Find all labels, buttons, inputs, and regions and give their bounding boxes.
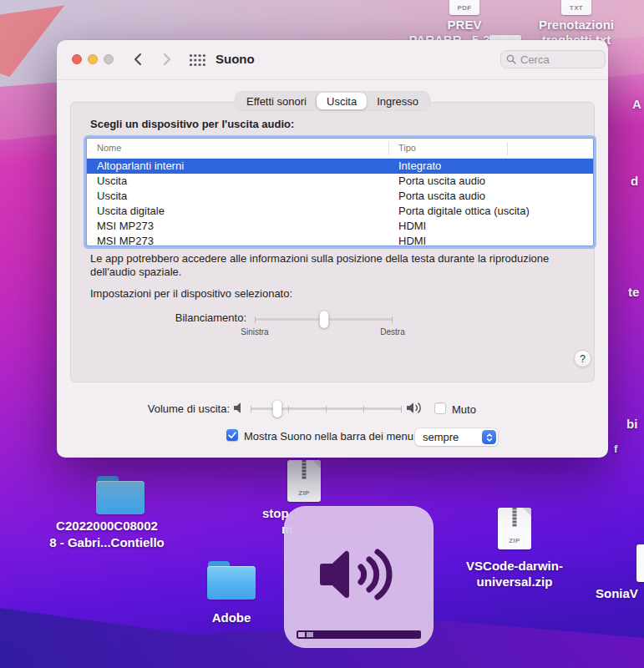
zoom-button-disabled bbox=[104, 54, 114, 64]
edge-label-f: f bbox=[614, 441, 617, 457]
toolbar-separator bbox=[57, 79, 608, 80]
folder-adobe-icon[interactable] bbox=[207, 561, 256, 600]
minimize-button[interactable] bbox=[88, 54, 98, 64]
dropdown-stepper bbox=[482, 430, 496, 444]
zip-vscode-icon[interactable]: ZIP bbox=[498, 508, 531, 549]
device-row[interactable]: Uscita Porta uscita audio bbox=[87, 189, 593, 204]
show-in-menu-bar-label: Mostra Suono nella barra dei menu bbox=[244, 430, 413, 443]
help-button[interactable]: ? bbox=[574, 350, 591, 367]
zip-vscode-label-line2[interactable]: universal.zip bbox=[431, 574, 598, 590]
checkmark-icon bbox=[226, 429, 238, 441]
device-row[interactable]: MSI MP273 HDMI bbox=[87, 219, 593, 234]
mute-checkbox[interactable] bbox=[434, 402, 446, 414]
tab-input[interactable]: Ingresso bbox=[367, 93, 428, 109]
txt-badge: TXT bbox=[570, 4, 583, 12]
pdf-badge: PDF bbox=[457, 4, 471, 12]
edge-label-d: d bbox=[631, 173, 638, 189]
show-all-grid-icon[interactable] bbox=[189, 53, 206, 67]
device-row-selected[interactable]: Altoparlanti interni Integrato bbox=[87, 159, 593, 174]
txt-file-label-line1[interactable]: Prenotazioni bbox=[510, 17, 643, 33]
search-icon bbox=[506, 54, 516, 64]
pdf-file-icon[interactable]: PDF bbox=[449, 0, 479, 15]
mute-label: Muto bbox=[452, 403, 476, 416]
volume-low-icon bbox=[233, 402, 246, 414]
volume-segment-filled bbox=[298, 632, 305, 637]
device-prompt: Scegli un dispositivo per l'uscita audio… bbox=[90, 118, 294, 130]
table-header: Nome Tipo bbox=[87, 139, 593, 159]
search-field[interactable]: Cerca bbox=[500, 50, 606, 68]
show-in-menu-bar-checkbox[interactable] bbox=[226, 429, 238, 441]
spatial-audio-note: Le app potrebbero accedere alle informaz… bbox=[90, 252, 575, 279]
folder-c2022-label-line2[interactable]: 8 - Gabri...Contiello bbox=[19, 534, 195, 550]
chevron-up-down-icon bbox=[485, 433, 494, 443]
tab-sound-effects[interactable]: Effetti sonori bbox=[236, 93, 317, 109]
output-volume-label: Volume di uscita: bbox=[74, 402, 230, 415]
search-placeholder: Cerca bbox=[520, 53, 550, 66]
close-button[interactable] bbox=[72, 54, 82, 64]
zip-vscode-badge: ZIP bbox=[509, 537, 520, 544]
volume-segment-filled bbox=[307, 632, 313, 637]
menu-bar-dropdown[interactable]: sempre bbox=[415, 428, 498, 446]
dropdown-value: sempre bbox=[423, 431, 459, 443]
zip-vscode-label-line1[interactable]: VSCode-darwin- bbox=[431, 558, 598, 574]
device-table[interactable]: Nome Tipo Altoparlanti interni Integrato… bbox=[87, 139, 593, 245]
zip-stop-icon[interactable]: ZIP bbox=[287, 460, 321, 502]
balance-left-label: Sinistra bbox=[230, 327, 280, 337]
sonia-file-label[interactable]: SoniaV bbox=[596, 585, 638, 601]
sound-preferences-window: Suono Cerca Effetti sonori Uscita Ingres… bbox=[57, 40, 608, 458]
edge-label-a: A bbox=[632, 96, 641, 112]
desktop: PDF PREV PARABR...5-39.pdf TXT Prenotazi… bbox=[0, 0, 644, 668]
edge-label-te: te bbox=[628, 284, 639, 300]
forward-arrow-icon[interactable] bbox=[160, 52, 173, 67]
volume-high-icon bbox=[406, 401, 426, 415]
device-row[interactable]: Uscita Porta uscita audio bbox=[87, 174, 593, 189]
folder-adobe-label[interactable]: Adobe bbox=[190, 610, 273, 625]
balance-slider[interactable] bbox=[255, 311, 393, 328]
back-arrow-icon[interactable] bbox=[132, 52, 145, 67]
folder-c2022-icon[interactable] bbox=[96, 476, 145, 514]
column-header-type[interactable]: Tipo bbox=[398, 143, 416, 153]
column-header-name[interactable]: Nome bbox=[97, 143, 121, 153]
device-row[interactable]: MSI MP273 HDMI bbox=[87, 234, 593, 245]
tab-output[interactable]: Uscita bbox=[317, 93, 367, 109]
window-title: Suono bbox=[216, 52, 255, 66]
balance-label: Bilanciamento: bbox=[90, 311, 246, 324]
output-volume-slider[interactable] bbox=[251, 400, 401, 418]
volume-level-bar bbox=[297, 630, 421, 639]
output-volume-slider-thumb[interactable] bbox=[273, 400, 282, 418]
balance-slider-thumb[interactable] bbox=[319, 311, 328, 328]
balance-right-label: Destra bbox=[368, 327, 418, 337]
edge-label-bi: bi bbox=[626, 416, 637, 432]
txt-file-icon[interactable]: TXT bbox=[561, 0, 591, 15]
volume-hud bbox=[284, 506, 434, 648]
device-row[interactable]: Uscita digitale Porta digitale ottica (u… bbox=[87, 204, 593, 219]
settings-label: Impostazioni per il dispositivo selezion… bbox=[90, 287, 292, 300]
folder-c2022-label-line1[interactable]: C2022000C08002 bbox=[19, 518, 195, 534]
speaker-icon bbox=[317, 543, 403, 606]
tab-bar: Effetti sonori Uscita Ingresso bbox=[235, 91, 430, 111]
sonia-file-icon[interactable] bbox=[636, 544, 644, 582]
zip-stop-badge: ZIP bbox=[298, 489, 310, 497]
